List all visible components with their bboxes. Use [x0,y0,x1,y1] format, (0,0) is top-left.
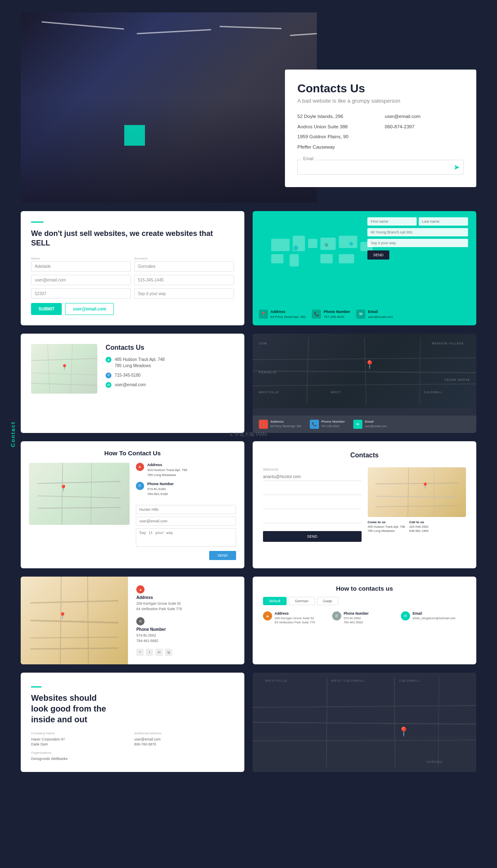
teal-address-icon: 📍 [259,310,268,319]
welcome-send-button[interactable]: SEND [263,531,362,542]
bottom-dark-bg: WESTVILLE WEST CALDWELL CALDWELL VERONA … [253,673,476,772]
welcome-form-side: Welcome SEND [263,467,362,542]
welcome-input-3[interactable] [263,515,362,523]
number-field[interactable]: 52307 [31,289,131,299]
svg-line-41 [253,722,476,724]
how-email-input[interactable] [136,517,236,526]
welcome-input-1[interactable] [263,487,362,495]
how-name-input[interactable] [136,505,236,514]
cards-row-5: Websites should look good from the insid… [21,673,476,772]
facebook-link[interactable]: f [136,649,144,656]
teal-message[interactable] [367,239,468,247]
hc-phone-title: Phone Number [344,611,369,616]
name-value[interactable]: Adelaide [31,261,131,272]
linkedin-link[interactable]: in [155,649,163,656]
email-field[interactable]: user@email.com [31,275,131,285]
welcome-input-2[interactable] [263,501,362,509]
contact-btn[interactable]: user@email.com [65,303,114,315]
dark-map-pin: 📍 [364,360,375,370]
tab-gaap[interactable]: Gaap [317,597,338,605]
svg-line-31 [375,506,458,507]
address-yellow-layout: 📍 ▲ Address 209 Kerrigan Grove Suite 92 … [21,577,244,664]
org-val: Donsgrunds Weltbanke [31,756,131,762]
message-field[interactable]: Say it your way [134,289,234,299]
come-to-us-address1: 405 Hudson Track Apt. 798 [368,525,405,529]
svg-line-23 [420,337,420,404]
teal-branch[interactable] [367,228,468,236]
hero-email: user@email.com [385,112,464,121]
surname-value[interactable]: Gonzales [134,261,234,272]
svg-line-24 [38,481,121,483]
how-address-val1: 403 Hudson Track Apt. 798 [147,468,188,473]
teal-firstname[interactable] [367,217,417,226]
phone-field[interactable]: 515-345-1445 [134,275,234,285]
dark-address-val: 84 Perry Street Apt. 391 [270,424,302,428]
bottom-map-pin: 📍 [398,726,409,737]
how-map-side: 📍 [29,463,130,560]
email-label: Email [302,156,315,161]
address1-line1: 52 Doyle Islands, 296 [297,112,376,121]
dark-address-title: Address [270,420,302,423]
tab-default[interactable]: default [263,597,287,605]
world-map-graphic [259,217,382,297]
phone-val2: 784-461-5682 [136,638,236,644]
how-send-button[interactable]: SEND [209,551,236,560]
instagram-link[interactable]: ig [165,649,172,656]
phone-val1: 574-fic-2562 [136,633,236,638]
cards-row-1: We don't just sell websites, we create w… [21,211,476,325]
how-address-block: ▲ Address 403 Hudson Track Apt. 798 785 … [136,463,236,478]
hc-email-val: white_bergstrom@hotmail.com [413,616,455,621]
call-us-phone1: 325-548-3562 [409,525,429,529]
svg-line-30 [375,496,458,497]
call-us-phone2: 638-981-1900 [409,529,429,534]
email-input[interactable] [297,160,464,175]
send-button[interactable]: ➤ [454,163,460,172]
dark-email-val: user@email.com [365,424,387,428]
office-overlay [21,98,317,203]
submit-button[interactable]: SUBMIT [31,303,62,315]
address-detail: ▲ 485 Hudson Track Apt. 748 785 Long Mea… [106,356,165,369]
contacts-us-title: Contacts Us [106,344,165,351]
contact-info-grid: 52 Doyle Islands, 296 user@email.com And… [297,112,464,151]
websites-info-grid: Company Name Hauer Corporation 97 Dade D… [31,731,234,762]
dark-map-inner: COW MEADOW VILLAGE FRANKLIN CEDAR GROVE … [253,334,476,433]
contacts-title: Contacts [263,452,466,459]
svg-line-17 [31,383,97,385]
social-links: f t in ig [136,649,236,656]
label-meadow: MEADOW VILLAGE [432,342,464,345]
hc-address-val1: 209 Kerrigan Grove Suite 92 [275,616,315,621]
teal-email-icon: ✉ [356,310,365,319]
how-contacts-info-grid: ▲ Address 209 Kerrigan Grove Suite 92 64… [263,611,466,625]
svg-line-36 [31,637,118,638]
email-phone-row: user@email.com 515-345-1445 [31,275,234,285]
address-val2: 785 Long Meadows [115,363,165,369]
how-contacts-us-title: How to contacts us [263,585,466,592]
address-val2: 64 Verlbuston Park Suite 779 [136,606,236,612]
address-val1: 209 Kerrigan Grove Suite 92 [136,601,236,606]
dark-email-info: ✉ Email user@email.com [353,420,387,429]
address-title: Address [136,595,236,600]
phone-title: Phone Number [136,627,236,632]
welcome-email-input[interactable] [263,473,362,481]
teal-phone-title: Phone Number [323,310,350,314]
teal-phone-info: 📞 Phone Number 767-228-4020 [312,310,350,319]
ceiling-light-1 [41,21,124,29]
label-cedar: CEDAR GROVE [444,378,470,381]
teal-lastname[interactable] [419,217,468,226]
welcome-layout: Welcome SEND 📍 [263,467,466,542]
dark-phone-val: 767-228-4020 [321,424,345,428]
dark-email-icon: ✉ [353,420,362,429]
how-message-input[interactable] [136,528,236,547]
sidebar-label: Contact [10,421,16,447]
tab-german[interactable]: German [289,597,315,605]
address-info: ▲ Address 209 Kerrigan Grove Suite 92 64… [128,577,244,664]
svg-line-26 [38,507,121,508]
svg-line-19 [253,371,476,373]
phone-val: 715-345-5180 [115,372,140,378]
twitter-link[interactable]: t [146,649,153,656]
websites-title: Websites should look good from the insid… [31,692,114,725]
cards-row-2: 📍 Contacts Us ▲ 485 Hudson Track Apt. 74… [21,334,476,433]
svg-line-34 [31,601,118,603]
welcome-map-pin: 📍 [422,482,429,489]
teal-send-button[interactable]: SEND [367,250,389,260]
